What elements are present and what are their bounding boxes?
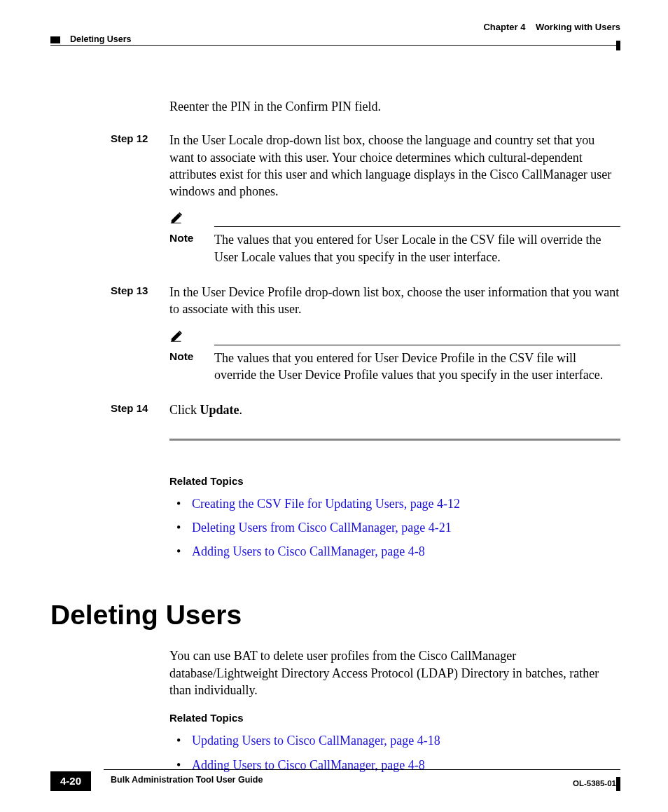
step-label: Step 13 bbox=[111, 284, 148, 298]
book-title: Bulk Administration Tool User Guide bbox=[111, 774, 267, 786]
xref-link[interactable]: Updating Users to Cisco CallManager, pag… bbox=[192, 734, 440, 748]
header-left-marker-icon bbox=[50, 36, 60, 43]
note-text: The values that you entered for User Dev… bbox=[214, 350, 620, 384]
page-header: Chapter 4 Working with Users Deleting Us… bbox=[50, 21, 620, 49]
step-14: Step 14 Click Update. bbox=[169, 401, 620, 418]
section-heading-deleting-users: Deleting Users bbox=[50, 597, 620, 634]
step-label: Step 12 bbox=[111, 132, 148, 146]
related-topics-1: Related Topics Creating the CSV File for… bbox=[169, 474, 620, 560]
section-intro-para: You can use BAT to delete user profiles … bbox=[169, 647, 620, 699]
step-text-suffix: . bbox=[239, 403, 243, 417]
intro-text: Reenter the PIN in the Confirm PIN field… bbox=[169, 98, 620, 115]
page-number-badge: 4-20 bbox=[50, 771, 91, 791]
step-label: Step 14 bbox=[111, 401, 148, 415]
xref-link[interactable]: Adding Users to Cisco CallManager, page … bbox=[192, 544, 425, 558]
xref-link[interactable]: Deleting Users from Cisco CallManager, p… bbox=[192, 521, 452, 535]
list-item: Updating Users to Cisco CallManager, pag… bbox=[176, 732, 620, 749]
related-heading: Related Topics bbox=[169, 474, 620, 488]
chapter-label: Chapter 4 bbox=[483, 22, 525, 32]
header-rule bbox=[50, 45, 616, 46]
step-text-prefix: Click bbox=[169, 403, 200, 417]
list-item: Adding Users to Cisco CallManager, page … bbox=[176, 543, 620, 560]
step-12: Step 12 In the User Locale drop-down lis… bbox=[169, 132, 620, 266]
footer-rule bbox=[104, 769, 620, 770]
note-label: Note bbox=[169, 231, 214, 246]
xref-link[interactable]: Creating the CSV File for Updating Users… bbox=[192, 497, 460, 511]
pencil-note-icon bbox=[169, 328, 185, 343]
header-right-marker-icon bbox=[616, 41, 620, 50]
note-block: Note The values that you entered for Use… bbox=[169, 209, 620, 266]
note-label: Note bbox=[169, 350, 214, 364]
header-chapter-line: Chapter 4 Working with Users bbox=[50, 21, 620, 34]
update-action: Update bbox=[200, 403, 239, 417]
pencil-note-icon bbox=[169, 209, 185, 225]
list-item: Creating the CSV File for Updating Users… bbox=[176, 495, 620, 512]
chapter-title: Working with Users bbox=[536, 22, 620, 32]
doc-code: OL-5385-01 bbox=[573, 778, 616, 790]
step-13: Step 13 In the User Device Profile drop-… bbox=[169, 284, 620, 383]
related-heading: Related Topics bbox=[169, 711, 620, 725]
procedure-end-rule bbox=[169, 439, 620, 441]
note-text: The values that you entered for User Loc… bbox=[214, 231, 620, 266]
step-text: Click Update. bbox=[169, 401, 620, 418]
step-text: In the User Device Profile drop-down lis… bbox=[169, 284, 620, 318]
footer-right-marker-icon bbox=[616, 777, 620, 791]
page-footer: Bulk Administration Tool User Guide 4-20… bbox=[50, 769, 620, 787]
step-text: In the User Locale drop-down list box, c… bbox=[169, 132, 620, 200]
related-topics-2: Related Topics Updating Users to Cisco C… bbox=[169, 711, 620, 773]
note-block: Note The values that you entered for Use… bbox=[169, 328, 620, 384]
header-section-name: Deleting Users bbox=[70, 34, 132, 46]
list-item: Deleting Users from Cisco CallManager, p… bbox=[176, 519, 620, 536]
